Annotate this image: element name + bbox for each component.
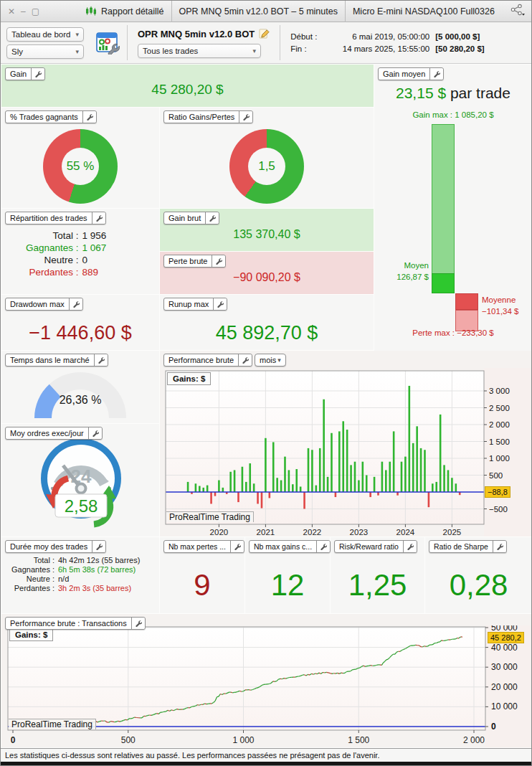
wrench-icon[interactable] xyxy=(316,541,330,552)
drawdown-max-value: −1 446,60 $ xyxy=(1,316,159,350)
duree-moy-title: Durée moy des trades xyxy=(6,541,92,552)
strategy-name: OPR MNQ 5min v12.0 BOT xyxy=(138,29,255,39)
repartition-value: 1 067 xyxy=(82,242,160,253)
wrench-icon[interactable] xyxy=(92,541,105,552)
risk-reward-title: Risk/Reward ratio xyxy=(335,541,403,552)
svg-text:2 500: 2 500 xyxy=(489,404,510,412)
strategy-window-title: OPR MNQ 5min v12.0 BOT – 5 minutes xyxy=(179,6,338,16)
wrench-icon[interactable] xyxy=(92,212,105,224)
svg-text:2024: 2024 xyxy=(396,528,415,536)
trades-filter-value: Tous les trades xyxy=(143,47,198,55)
wrench-icon[interactable] xyxy=(493,541,506,552)
report-settings-icon[interactable] xyxy=(91,22,127,63)
edit-pencil-icon[interactable] xyxy=(259,28,270,41)
win-rate-donut: 55 % xyxy=(43,129,118,204)
instrument-segment: Micro E-mini NASDAQ100 Full0326 xyxy=(346,1,502,22)
wrench-icon[interactable] xyxy=(230,541,244,552)
wrench-icon[interactable] xyxy=(238,354,252,366)
gain-brut-title: Gain brut xyxy=(164,212,205,224)
gain-moyen-headline: 23,15 $ par trade xyxy=(374,85,532,102)
gain-moyen-unit: par trade xyxy=(446,85,510,101)
duree-moy-rows: Total :4h 42m 12s (55 barres) Gagnantes … xyxy=(1,556,159,592)
gain-value: 45 280,20 $ xyxy=(151,75,223,98)
wrench-icon[interactable] xyxy=(131,618,145,629)
svg-text:500: 500 xyxy=(489,471,503,480)
wrench-icon[interactable] xyxy=(82,111,96,123)
perte-max-label: Perte max : −233,30 $ xyxy=(374,328,532,337)
nb-max-pertes-value: 9 xyxy=(160,557,244,613)
svg-text:3 000: 3 000 xyxy=(489,387,510,395)
moyen-label: Moyen126,87 $ xyxy=(374,260,429,283)
disclaimer-footer: Les statistiques ci-dessus sont relative… xyxy=(1,748,532,762)
svg-text:0: 0 xyxy=(491,722,496,732)
repartition-label: Perdantes : xyxy=(1,267,79,278)
duree-label: Gagnantes : xyxy=(1,565,54,574)
maximize-button[interactable]: ▢ xyxy=(32,6,39,16)
chevron-down-icon: ▾ xyxy=(75,31,79,38)
period-summary: Début : 6 mai 2019, 05:00:00 [5 000,00 $… xyxy=(280,22,484,63)
perf-mois-title: Performance brute xyxy=(164,354,238,366)
repartition-value: 1 956 xyxy=(82,230,160,241)
candlestick-icon xyxy=(85,6,97,16)
strategy-title-segment: OPR MNQ 5min v12.0 BOT – 5 minutes xyxy=(172,1,345,22)
repartition-panel: Répartition des trades Total :1 956 Gagn… xyxy=(1,209,159,294)
perf-transactions-panel: Performance brute : Transactions 50 0004… xyxy=(1,614,532,747)
perte-moyenne-bar xyxy=(455,293,478,310)
gain-panel: Gain 45 280,20 $ xyxy=(1,65,374,107)
close-button[interactable]: ✕ xyxy=(8,6,15,16)
period-select-value: mois xyxy=(255,354,277,366)
trades-filter-select[interactable]: Tous les trades▾ xyxy=(138,44,261,58)
wrench-icon[interactable] xyxy=(31,68,44,80)
gain-moyen-value: 23,15 $ xyxy=(396,85,446,101)
end-amount: [50 280,20 $] xyxy=(429,43,484,55)
repartition-title: Répartition des trades xyxy=(6,212,92,224)
time-in-market-gauge xyxy=(1,362,159,424)
runup-max-panel: Runup max 45 892,70 $ xyxy=(160,295,374,350)
gain-moyen-bar xyxy=(432,273,455,293)
share-icon[interactable] xyxy=(510,4,526,19)
orders-per-day-dial-icon: 24 xyxy=(37,431,125,531)
risk-reward-panel: Risk/Reward ratio 1,25 xyxy=(331,537,424,613)
wrench-icon[interactable] xyxy=(213,298,227,310)
wrench-icon[interactable] xyxy=(403,541,417,552)
user-select[interactable]: Sly▾ xyxy=(6,44,84,59)
wrench-icon[interactable] xyxy=(88,427,102,439)
svg-text:2 000: 2 000 xyxy=(463,735,485,745)
end-datetime: 14 mars 2025, 15:55:00 xyxy=(322,43,429,55)
start-label: Début : xyxy=(290,31,322,43)
duree-value: 3h 2m 3s (35 barres) xyxy=(58,584,159,592)
ratio-sharpe-value: 0,28 xyxy=(425,557,532,613)
ratio-donut: 1,5 xyxy=(229,129,304,204)
svg-text:20 000: 20 000 xyxy=(491,682,518,692)
dashboard-select[interactable]: Tableau de bord▾ xyxy=(6,27,84,42)
temps-marche-title: Temps dans le marché xyxy=(6,354,94,366)
gain-brut-panel: Gain brut 135 370,40 $ xyxy=(160,209,374,251)
wrench-icon[interactable] xyxy=(94,354,108,366)
toolbar: Tableau de bord▾ Sly▾ OPR MNQ 5min v12.0… xyxy=(1,22,532,64)
wrench-icon[interactable] xyxy=(239,111,252,123)
risk-reward-value: 1,25 xyxy=(331,557,424,613)
duree-label: Neutre : xyxy=(1,574,54,583)
minimize-button[interactable]: – xyxy=(21,6,26,16)
runup-max-value: 45 892,70 $ xyxy=(160,316,374,350)
user-select-value: Sly xyxy=(11,47,23,56)
repartition-value: 889 xyxy=(82,267,160,278)
wrench-icon[interactable] xyxy=(69,298,82,310)
equity-last-value-badge: 45 280,2 xyxy=(488,632,524,643)
wrench-icon[interactable] xyxy=(212,255,225,267)
wrench-icon[interactable] xyxy=(205,212,219,224)
svg-text:2023: 2023 xyxy=(350,528,369,536)
report-title-segment: Rapport détaillé xyxy=(78,1,171,22)
duree-value: 4h 42m 12s (55 barres) xyxy=(58,556,159,564)
monthly-chart-label: Gains: $ xyxy=(167,372,211,385)
repartition-value: 0 xyxy=(82,255,160,265)
report-window: ✕ – ▢ Rapport détaillé OPR MNQ 5min v12.… xyxy=(0,0,532,766)
period-select[interactable]: mois▾ xyxy=(255,354,286,367)
svg-text:1 000: 1 000 xyxy=(232,735,254,745)
ratio-gains-pertes-title: Ratio Gains/Pertes xyxy=(164,111,239,123)
moyenne-label: Moyenne−101,34 $ xyxy=(482,294,518,317)
wrench-icon[interactable] xyxy=(429,68,443,80)
repartition-label: Total : xyxy=(1,230,79,241)
duree-value: n/d xyxy=(58,574,159,583)
title-bar: ✕ – ▢ Rapport détaillé OPR MNQ 5min v12.… xyxy=(1,1,532,22)
